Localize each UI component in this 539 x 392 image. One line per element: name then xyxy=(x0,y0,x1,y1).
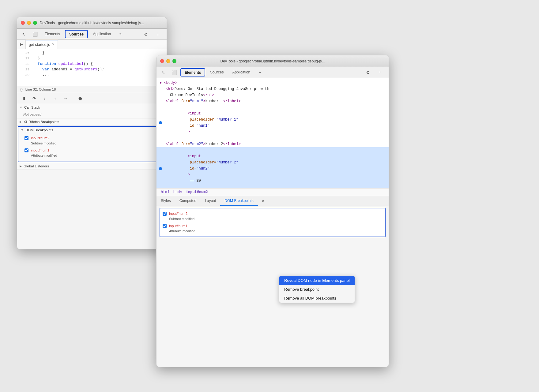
gear-icon-2[interactable]: ⚙ xyxy=(363,70,373,75)
code-area-1: 26 } 27 } 28 function updateLabel() { 29… xyxy=(17,49,167,86)
tabbar-1: ↖ ⬜ Elements Sources Application » ⚙ ⋮ xyxy=(17,29,167,40)
tab-computed[interactable]: Computed xyxy=(175,196,201,206)
tab-elements-2[interactable]: Elements xyxy=(180,68,205,77)
dom-breakpoints-section-1: ▼ DOM Breakpoints input#num2 Subtree mod… xyxy=(18,126,166,162)
elem-input-num2[interactable]: <input placeholder="Number 2" id="num2" … xyxy=(156,147,389,188)
tab-dom-breakpoints[interactable]: DOM Breakpoints xyxy=(220,196,258,206)
dom-bp-chevron: ▼ xyxy=(21,129,24,132)
call-stack-header[interactable]: ▼ Call Stack xyxy=(17,104,167,111)
xhr-chevron: ▶ xyxy=(20,120,22,123)
minimize-button-2[interactable] xyxy=(166,59,170,63)
debug-toolbar: ⏸ ↷ ↓ ↑ → ⬟ xyxy=(17,93,167,104)
braces-icon: {} xyxy=(20,87,23,92)
pause-btn[interactable]: ⏸ xyxy=(20,95,28,102)
elem-label-num1[interactable]: <label for="num1" > Number 1 </label> xyxy=(156,98,389,104)
device-icon-btn-2[interactable]: ⬜ xyxy=(169,68,179,77)
breadcrumb-bar: html body input#num2 xyxy=(156,188,389,196)
file-tab-getstarted[interactable]: get-started.js ✕ xyxy=(26,40,58,49)
file-tabs-1: ▶ get-started.js ✕ xyxy=(17,40,167,49)
tab-application-1[interactable]: Application xyxy=(89,29,115,40)
file-nav-icon[interactable]: ▶ xyxy=(17,40,26,49)
context-menu-remove-bp[interactable]: Remove breakpoint xyxy=(279,285,355,294)
global-listeners-header[interactable]: ▶ Global Listeners xyxy=(17,163,167,170)
file-tab-close[interactable]: ✕ xyxy=(52,43,55,47)
elem-input-num1[interactable]: <input placeholder="Number 1" id="num1" … xyxy=(156,104,389,141)
elem-h1-line2[interactable]: Chrome DevTools</h1> xyxy=(156,92,389,98)
step-over-btn[interactable]: ↷ xyxy=(30,95,39,102)
tab-layout[interactable]: Layout xyxy=(201,196,220,206)
window-title-2: DevTools - googlechrome.github.io/devtoo… xyxy=(221,59,325,63)
tab-more-1[interactable]: » xyxy=(115,29,126,40)
maximize-button-2[interactable] xyxy=(172,59,176,63)
dom-bp-checkbox-num2-w2[interactable] xyxy=(163,212,167,216)
elements-content: ▼ <body> <h1>Demo: Get Started Debugging… xyxy=(156,78,389,188)
elem-body[interactable]: ▼ <body> xyxy=(156,80,389,86)
close-button-1[interactable] xyxy=(21,21,25,25)
cursor-icon-btn-2[interactable]: ↖ xyxy=(158,68,168,77)
step-into-btn[interactable]: ↓ xyxy=(40,95,49,102)
elem-label-num2[interactable]: <label for="num2" > Number 2 </label> xyxy=(156,141,389,147)
xhr-section: ▶ XHR/fetch Breakpoints xyxy=(17,118,167,125)
close-button-2[interactable] xyxy=(160,59,164,63)
traffic-lights-1 xyxy=(21,21,37,25)
device-icon-btn[interactable]: ⬜ xyxy=(30,29,40,39)
dom-bp-item-num2-w2: input#num2 Subtree modified xyxy=(163,210,383,222)
dom-bp-text-num2-w2: input#num2 Subtree modified xyxy=(169,211,194,222)
maximize-button-1[interactable] xyxy=(33,21,37,25)
global-listeners-chevron: ▶ xyxy=(20,165,22,168)
breadcrumb-html[interactable]: html xyxy=(160,190,171,194)
gear-area-1: ⚙ ⋮ xyxy=(138,29,165,39)
dom-bp-text-num1-w2: input#num1 Attribute modified xyxy=(169,223,195,234)
dom-bp-item-num1: input#num1 Attribute modified xyxy=(24,147,163,159)
context-menu: Reveal DOM node in Elements panel Remove… xyxy=(279,276,355,303)
step-out-btn[interactable]: ↑ xyxy=(51,95,59,102)
dom-bp-checkbox-num1-w2[interactable] xyxy=(163,224,167,228)
elem-h1-line1[interactable]: <h1>Demo: Get Started Debugging JavaScri… xyxy=(156,86,389,92)
more-icon-2[interactable]: ⋮ xyxy=(375,70,385,75)
tabbar-2: ↖ ⬜ Elements Sources Application » ⚙ ⋮ xyxy=(156,67,389,78)
titlebar-1: DevTools - googlechrome.github.io/devtoo… xyxy=(17,17,167,29)
code-line-27: 27 } xyxy=(17,56,167,61)
minimize-button-1[interactable] xyxy=(27,21,31,25)
tab-more-bottom[interactable]: » xyxy=(258,196,269,206)
tab-more-2[interactable]: » xyxy=(254,67,265,78)
dom-bp-text-num2: input#num2 Subtree modified xyxy=(31,136,56,146)
tab-sources-2[interactable]: Sources xyxy=(206,67,228,78)
tab-styles[interactable]: Styles xyxy=(156,196,175,206)
breadcrumb-input-num2[interactable]: input#num2 xyxy=(185,190,209,194)
tab-sources-1[interactable]: Sources xyxy=(65,30,88,38)
titlebar-2: DevTools - googlechrome.github.io/devtoo… xyxy=(156,55,389,67)
tab-application-2[interactable]: Application xyxy=(228,67,254,78)
bottom-tabs: Styles Computed Layout DOM Breakpoints » xyxy=(156,196,389,206)
dom-bp-checkbox-num1[interactable] xyxy=(24,148,28,152)
devtools-window-1: DevTools - googlechrome.github.io/devtoo… xyxy=(17,17,167,249)
code-line-29: 29 var addend1 = getNumber1(); xyxy=(17,67,167,72)
devtools-window-2: DevTools - googlechrome.github.io/devtoo… xyxy=(156,55,389,367)
dom-bp-item-num2: input#num2 Subtree modified xyxy=(24,135,163,147)
gear-icon-1[interactable]: ⚙ xyxy=(141,32,151,37)
dom-bp-text-num1: input#num1 Attribute modified xyxy=(31,148,57,158)
context-menu-reveal[interactable]: Reveal DOM node in Elements panel xyxy=(279,276,355,285)
cursor-icon-btn[interactable]: ↖ xyxy=(19,29,29,39)
call-stack-chevron: ▼ xyxy=(20,106,22,109)
xhr-header[interactable]: ▶ XHR/fetch Breakpoints xyxy=(17,118,167,125)
deactivate-breakpoints-btn[interactable]: ⬟ xyxy=(76,95,85,102)
resume-btn[interactable]: → xyxy=(61,95,70,102)
dom-bp-checkbox-num2[interactable] xyxy=(24,136,28,140)
dom-breakpoints-section-2: input#num2 Subtree modified input#num1 A… xyxy=(160,208,386,237)
global-listeners-section: ▶ Global Listeners xyxy=(17,163,167,170)
dom-dot-num2 xyxy=(159,167,162,170)
context-menu-remove-all[interactable]: Remove all DOM breakpoints xyxy=(279,294,355,303)
call-stack-section: ▼ Call Stack Not paused xyxy=(17,104,167,118)
gear-area-2: ⚙ ⋮ xyxy=(360,67,387,78)
breadcrumb-body[interactable]: body xyxy=(172,190,183,194)
tab-elements-1[interactable]: Elements xyxy=(40,29,64,40)
call-stack-empty: Not paused xyxy=(17,111,167,118)
code-line-26: 26 } xyxy=(17,50,167,56)
dom-dot-num1 xyxy=(159,121,162,124)
dom-breakpoints-header-1[interactable]: ▼ DOM Breakpoints xyxy=(18,127,165,133)
code-line-28: 28 function updateLabel() { xyxy=(17,61,167,67)
window-title-1: DevTools - googlechrome.github.io/devtoo… xyxy=(40,21,144,25)
more-icon-1[interactable]: ⋮ xyxy=(153,32,163,37)
dom-bp-item-num1-w2: input#num1 Attribute modified xyxy=(163,222,383,235)
